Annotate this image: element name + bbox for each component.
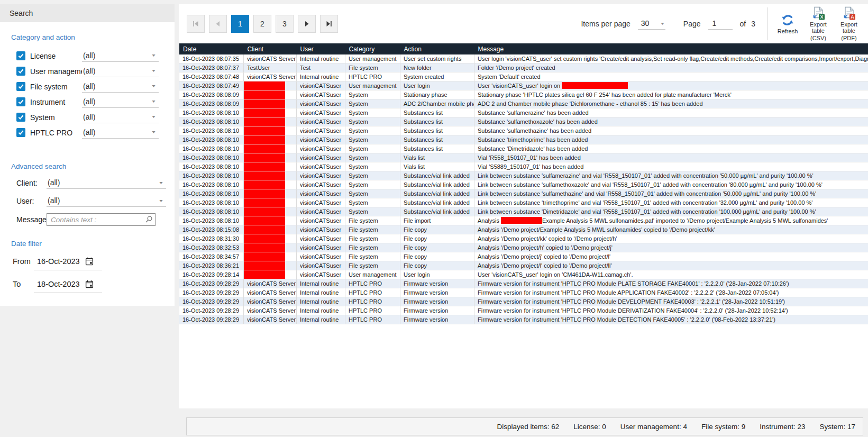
cell-date: 16-Oct-2023 09:28:29 bbox=[179, 288, 244, 297]
cell-user: visionCATSuser bbox=[297, 180, 345, 189]
redaction-block bbox=[244, 261, 285, 270]
table-row[interactable]: 16-Oct-2023 08:08:10visionCATSuserSystem… bbox=[179, 198, 868, 207]
to-label: To bbox=[13, 279, 34, 288]
user-select[interactable]: (all) ▼ bbox=[47, 195, 166, 207]
date-to-field[interactable]: 18-Oct-2023 bbox=[34, 279, 102, 293]
category-action-select[interactable]: (all) ▼ bbox=[82, 112, 159, 123]
chevron-down-icon: ▼ bbox=[151, 130, 156, 134]
category-checkbox[interactable] bbox=[16, 51, 25, 60]
category-section-label: Category and action bbox=[11, 33, 175, 41]
export-pdf-button[interactable]: A Export table (PDF) bbox=[834, 6, 864, 41]
export-csv-button[interactable]: X Export table (CSV) bbox=[803, 6, 833, 41]
cell-action: User login bbox=[400, 81, 474, 90]
table-row[interactable]: 16-Oct-2023 09:28:29visionCATS ServerInt… bbox=[179, 279, 868, 288]
table-row[interactable]: 16-Oct-2023 08:08:10visionCATSuserSystem… bbox=[179, 153, 868, 162]
category-checkbox[interactable] bbox=[16, 82, 25, 91]
table-row[interactable]: 16-Oct-2023 08:08:10visionCATSuserSystem… bbox=[179, 108, 868, 117]
calendar-icon[interactable] bbox=[85, 280, 94, 288]
status-item: Instrument: 23 bbox=[760, 423, 805, 431]
category-action-select[interactable]: (all) ▼ bbox=[82, 66, 159, 77]
cell-client: visionCATS Server bbox=[244, 297, 297, 306]
table-row[interactable]: 16-Oct-2023 09:28:29visionCATS ServerInt… bbox=[179, 297, 868, 306]
table-row[interactable]: 16-Oct-2023 08:08:10visionCATSuserSystem… bbox=[179, 180, 868, 189]
table-row[interactable]: 16-Oct-2023 08:36:21visionCATSuserFile s… bbox=[179, 261, 868, 270]
cell-category: HPTLC PRO bbox=[345, 306, 400, 315]
cell-category: System bbox=[345, 189, 400, 198]
table-row[interactable]: 16-Oct-2023 08:08:09visionCATSuserSystem… bbox=[179, 90, 868, 99]
first-page-button[interactable] bbox=[187, 15, 205, 33]
category-action-value: (all) bbox=[83, 67, 95, 75]
last-page-button[interactable] bbox=[320, 15, 338, 33]
table-row[interactable]: 16-Oct-2023 08:08:10visionCATSuserSystem… bbox=[179, 207, 868, 216]
cell-client bbox=[244, 216, 297, 225]
table-row[interactable]: 16-Oct-2023 08:32:53visionCATSuserFile s… bbox=[179, 243, 868, 252]
table-row[interactable]: 16-Oct-2023 08:08:10visionCATSuserSystem… bbox=[179, 126, 868, 135]
status-bar: Displayed items: 62License: 0User manage… bbox=[186, 417, 863, 435]
table-row[interactable]: 16-Oct-2023 08:08:09visionCATSuserSystem… bbox=[179, 99, 868, 108]
category-action-select[interactable]: (all) ▼ bbox=[82, 127, 159, 139]
table-row[interactable]: 16-Oct-2023 08:08:10visionCATSuserSystem… bbox=[179, 162, 868, 171]
status-item: Displayed items: 62 bbox=[497, 423, 559, 431]
page-button-1[interactable]: 1 bbox=[231, 15, 249, 33]
export-csv-label-line2: (CSV) bbox=[810, 35, 826, 41]
table-row[interactable]: 16-Oct-2023 08:08:10visionCATSuserSystem… bbox=[179, 144, 868, 153]
table-row[interactable]: 16-Oct-2023 09:28:14visionCATSuserUser m… bbox=[179, 270, 868, 279]
column-header-client[interactable]: Client bbox=[244, 43, 297, 54]
next-page-button[interactable] bbox=[298, 15, 316, 33]
cell-category: System bbox=[345, 126, 400, 135]
column-header-category[interactable]: Category bbox=[345, 43, 400, 54]
table-row[interactable]: 16-Oct-2023 08:31:30visionCATSuserFile s… bbox=[179, 234, 868, 243]
message-filter-row: Message: bbox=[16, 213, 175, 226]
redaction-block bbox=[501, 217, 542, 224]
table-row[interactable]: 16-Oct-2023 08:08:10visionCATSuserSystem… bbox=[179, 171, 868, 180]
cell-date: 16-Oct-2023 08:34:57 bbox=[179, 252, 244, 261]
column-header-message[interactable]: Message bbox=[474, 43, 868, 54]
page-button-3[interactable]: 3 bbox=[276, 15, 294, 33]
category-action-select[interactable]: (all) ▼ bbox=[82, 81, 159, 93]
table-row[interactable]: 16-Oct-2023 09:28:29visionCATS ServerInt… bbox=[179, 315, 868, 324]
client-select[interactable]: (all) ▼ bbox=[47, 177, 166, 189]
category-checkbox[interactable] bbox=[16, 97, 25, 106]
calendar-icon[interactable] bbox=[85, 257, 94, 266]
refresh-button[interactable]: Refresh bbox=[773, 13, 802, 34]
table-row[interactable]: 16-Oct-2023 08:08:10visionCATSuserSystem… bbox=[179, 117, 868, 126]
date-from-value: 16-Oct-2023 bbox=[37, 257, 80, 266]
table-row[interactable]: 16-Oct-2023 08:15:08visionCATSuserFile s… bbox=[179, 225, 868, 234]
table-row[interactable]: 16-Oct-2023 08:34:57visionCATSuserFile s… bbox=[179, 252, 868, 261]
items-per-page-select[interactable]: 30 ▼ bbox=[638, 18, 665, 30]
previous-page-button[interactable] bbox=[209, 15, 227, 33]
cell-category: System bbox=[345, 117, 400, 126]
table-row[interactable]: 16-Oct-2023 08:07:35visionCATS ServerInt… bbox=[179, 54, 868, 63]
table-row[interactable]: 16-Oct-2023 08:07:48visionCATS ServerInt… bbox=[179, 72, 868, 81]
date-from-field[interactable]: 16-Oct-2023 bbox=[34, 256, 102, 270]
category-checkbox[interactable] bbox=[16, 67, 25, 76]
page-button-2[interactable]: 2 bbox=[253, 15, 271, 33]
cell-client: visionCATS Server bbox=[244, 54, 297, 63]
cell-date: 16-Oct-2023 09:28:29 bbox=[179, 279, 244, 288]
table-row[interactable]: 16-Oct-2023 08:07:37TestUserTestFile sys… bbox=[179, 63, 868, 72]
category-filter-row-hptlc-pro: HPTLC PRO (all) ▼ bbox=[0, 125, 175, 140]
redaction-block bbox=[244, 81, 285, 90]
column-header-user[interactable]: User bbox=[297, 43, 345, 54]
page-number-input[interactable]: 1 bbox=[708, 18, 733, 30]
table-row[interactable]: 16-Oct-2023 09:28:29visionCATS ServerInt… bbox=[179, 288, 868, 297]
column-header-action[interactable]: Action bbox=[400, 43, 474, 54]
message-input[interactable] bbox=[47, 213, 156, 226]
category-action-select[interactable]: (all) ▼ bbox=[82, 50, 159, 62]
table-row[interactable]: 16-Oct-2023 09:28:29visionCATS ServerInt… bbox=[179, 306, 868, 315]
table-row[interactable]: 16-Oct-2023 08:08:10visionCATSuserFile s… bbox=[179, 216, 868, 225]
cell-user: visionCATSuser bbox=[297, 162, 345, 171]
table-row[interactable]: 16-Oct-2023 08:07:49visionCATSuserUser m… bbox=[179, 81, 868, 90]
category-checkbox[interactable] bbox=[16, 128, 25, 137]
category-action-select[interactable]: (all) ▼ bbox=[82, 96, 159, 108]
cell-user: visionCATSuser bbox=[297, 261, 345, 270]
cell-client bbox=[244, 252, 297, 261]
table-row[interactable]: 16-Oct-2023 08:08:10visionCATSuserSystem… bbox=[179, 189, 868, 198]
cell-client: visionCATS Server bbox=[244, 279, 297, 288]
redaction-block bbox=[244, 153, 285, 162]
category-checkbox[interactable] bbox=[16, 113, 25, 122]
table-row[interactable]: 16-Oct-2023 08:08:10visionCATSuserSystem… bbox=[179, 135, 868, 144]
column-header-date[interactable]: Date bbox=[179, 43, 244, 54]
cell-date: 16-Oct-2023 08:08:10 bbox=[179, 144, 244, 153]
cell-user: visionCATSuser bbox=[297, 108, 345, 117]
